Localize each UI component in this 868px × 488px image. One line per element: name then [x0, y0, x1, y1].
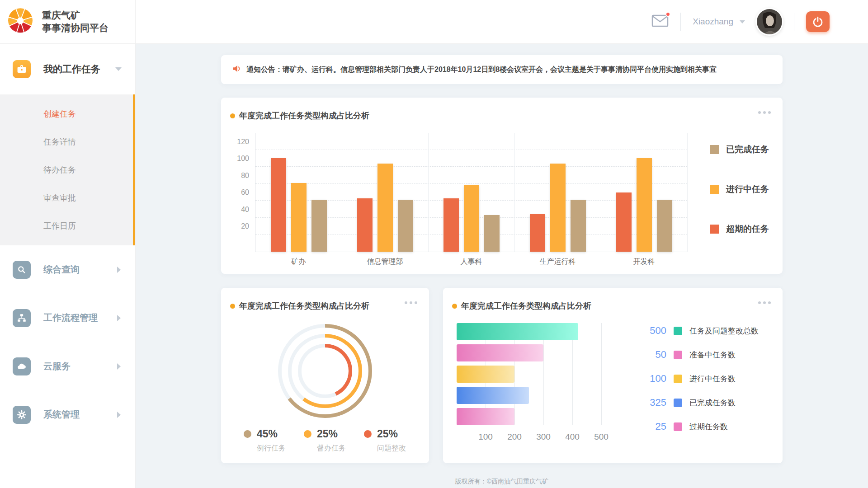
- legend-swatch: [674, 327, 682, 335]
- legend-swatch: [710, 185, 719, 194]
- copyright-footer: 版权所有：©西南油气田重庆气矿: [221, 478, 783, 486]
- hbar-card: 年度完成工作任务类型构成占比分析 100200300400500 500任务及问…: [443, 288, 783, 463]
- company-logo-icon: [7, 7, 34, 36]
- category-label: 矿办: [255, 257, 342, 267]
- more-options-icon[interactable]: [758, 111, 771, 114]
- sidebar-submenu: 创建任务 任务详情 待办任务 审查审批 工作日历: [0, 94, 135, 245]
- legend-dot-icon: [244, 430, 251, 438]
- category-label: 生产运行科: [514, 257, 601, 267]
- legend-swatch: [710, 225, 719, 234]
- legend-swatch: [674, 375, 682, 383]
- hbar-过期任务数: [457, 408, 514, 425]
- chevron-right-icon: [117, 267, 121, 273]
- bar-进行中任务: [464, 185, 479, 252]
- sidebar-item-work-calendar[interactable]: 工作日历: [0, 212, 135, 240]
- header-divider: [680, 13, 681, 31]
- y-tick-label: 60: [241, 188, 249, 197]
- legend-swatch: [710, 145, 719, 154]
- donut-chart: [271, 317, 379, 425]
- stat-percent: 25%: [377, 428, 398, 440]
- chevron-right-icon: [117, 315, 121, 321]
- main-area: 通知公告：请矿办、运行科。信息管理部相关部门负责人于2018年10月12日到8楼…: [136, 44, 868, 488]
- sidebar-item-my-tasks[interactable]: 我的工作任务: [0, 44, 135, 94]
- sidebar-item-workflow[interactable]: 工作流程管理: [0, 294, 135, 342]
- legend-item: 50准备中任务数: [637, 350, 759, 360]
- legend-item: 500任务及问题整改总数: [637, 326, 759, 336]
- more-options-icon[interactable]: [405, 301, 417, 304]
- bar-已完成任务: [484, 215, 500, 252]
- bar-超期的任务: [443, 198, 459, 252]
- category-label: 开发科: [601, 257, 687, 267]
- x-tick-label: 300: [536, 432, 551, 442]
- gear-icon: [13, 406, 31, 424]
- donut-stat: 25%督办任务: [304, 428, 364, 453]
- bar-group: 矿办: [255, 133, 342, 252]
- title-dot-icon: [230, 304, 235, 309]
- legend-item: 25过期任务数: [637, 422, 759, 432]
- legend-label: 过期任务数: [689, 422, 728, 432]
- app-title: 重庆气矿 事事清协同平台: [42, 9, 108, 34]
- logout-power-button[interactable]: [806, 11, 830, 32]
- bar-group: 人事科: [428, 133, 514, 252]
- category-label: 信息管理部: [342, 257, 428, 267]
- title-dot-icon: [452, 304, 457, 309]
- sidebar-item-label: 综合查询: [43, 263, 117, 276]
- mail-icon[interactable]: [651, 14, 669, 29]
- bar-进行中任务: [377, 164, 393, 252]
- cloud-icon: [13, 357, 31, 375]
- bar-group: 生产运行科: [514, 133, 601, 252]
- sidebar-item-label: 系统管理: [43, 408, 117, 421]
- top-header: Xiaozhang: [136, 0, 868, 44]
- legend-value: 325: [637, 397, 666, 408]
- sidebar-item-task-detail[interactable]: 任务详情: [0, 128, 135, 156]
- bar-group: 开发科: [601, 133, 687, 252]
- app-logo-block: 重庆气矿 事事清协同平台: [0, 0, 135, 44]
- sidebar: 重庆气矿 事事清协同平台 我的工作任务 创建任务 任务详情 待办任务 审查审批 …: [0, 0, 136, 488]
- legend-item: 进行中任务: [710, 183, 769, 195]
- sidebar-item-cloud[interactable]: 云服务: [0, 342, 135, 390]
- bar-进行中任务: [291, 183, 307, 252]
- legend-value: 100: [637, 373, 666, 385]
- sidebar-item-review-approve[interactable]: 审查审批: [0, 184, 135, 212]
- gridline: [687, 133, 688, 252]
- chevron-down-icon: [115, 67, 122, 71]
- legend-swatch: [674, 351, 682, 359]
- hbar-任务及问题整改总数: [457, 323, 578, 340]
- sidebar-item-query[interactable]: 综合查询: [0, 245, 135, 294]
- legend-item: 100进行中任务数: [637, 374, 759, 384]
- legend-value: 50: [637, 349, 666, 361]
- legend-item: 325已完成任务数: [637, 398, 759, 408]
- avatar[interactable]: [757, 9, 782, 34]
- sitemap-icon: [13, 309, 31, 327]
- y-tick-label: 20: [241, 222, 249, 230]
- legend-label: 进行中任务数: [689, 374, 736, 384]
- grouped-bar-card: 年度完成工作任务类型构成占比分析 20406080100120矿办信息管理部人事…: [221, 98, 783, 274]
- card-title: 年度完成工作任务类型构成占比分析: [239, 300, 369, 311]
- donut-stat: 45%例行任务: [244, 428, 304, 453]
- category-label: 人事科: [428, 257, 514, 267]
- sidebar-item-create-task[interactable]: 创建任务: [0, 100, 135, 128]
- stat-percent: 25%: [317, 428, 338, 440]
- bar-已完成任务: [657, 200, 672, 252]
- y-tick-label: 80: [241, 172, 249, 180]
- x-tick-label: 100: [478, 432, 493, 442]
- bar-已完成任务: [398, 200, 413, 252]
- user-menu[interactable]: Xiaozhang: [693, 17, 745, 27]
- bar-超期的任务: [616, 192, 632, 252]
- briefcase-icon: [13, 60, 31, 78]
- sidebar-item-label: 云服务: [43, 360, 117, 372]
- notice-bar: 通知公告：请矿办、运行科。信息管理部相关部门负责人于2018年10月12日到8楼…: [221, 55, 783, 84]
- x-tick-label: 200: [507, 432, 522, 442]
- more-options-icon[interactable]: [758, 301, 771, 304]
- sidebar-item-todo-tasks[interactable]: 待办任务: [0, 156, 135, 184]
- grouped-bar-legend: 已完成任务进行中任务超期的任务: [710, 144, 769, 235]
- legend-swatch: [674, 422, 682, 431]
- legend-label: 已完成任务数: [689, 398, 736, 408]
- bar-已完成任务: [311, 200, 327, 252]
- legend-dot-icon: [364, 430, 372, 438]
- card-title: 年度完成工作任务类型构成占比分析: [461, 300, 591, 311]
- legend-value: 25: [637, 421, 666, 432]
- bar-超期的任务: [530, 214, 545, 252]
- search-icon: [13, 261, 31, 279]
- sidebar-item-system[interactable]: 系统管理: [0, 390, 135, 439]
